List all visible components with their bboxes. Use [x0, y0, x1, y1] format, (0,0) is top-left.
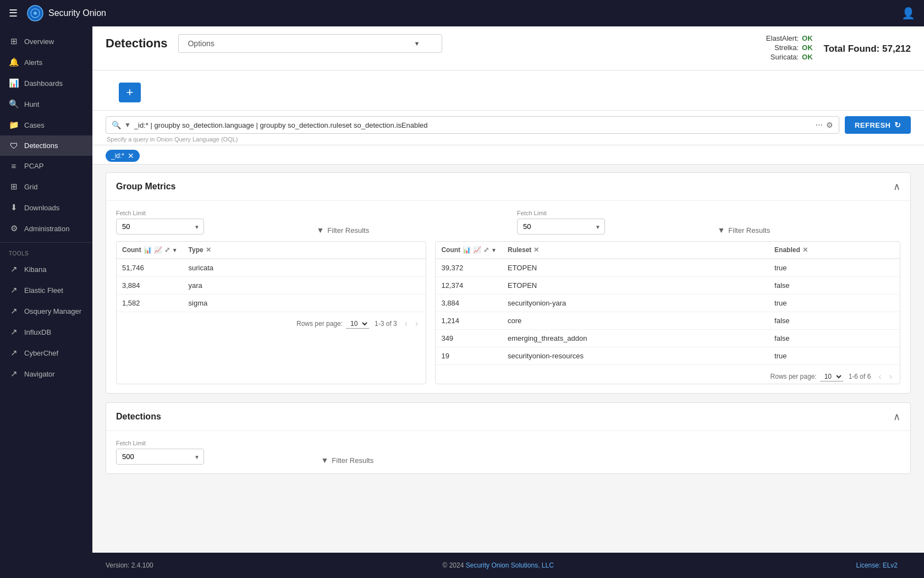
sidebar-item-hunt[interactable]: 🔍 Hunt [0, 94, 92, 114]
add-detection-button[interactable]: + [119, 83, 141, 102]
chevron-down-icon: ▼ [414, 40, 420, 47]
sidebar-item-alerts[interactable]: 🔔 Alerts [0, 52, 92, 73]
count-cell: 19 [436, 347, 502, 365]
table-row: 349emerging_threats_addonfalse [436, 330, 900, 347]
sidebar-item-label: CyberChef [24, 349, 58, 357]
fetch-limit-dropdown-right[interactable]: 50 10 25 100 [517, 219, 605, 235]
fetch-limit-dropdown-left[interactable]: 50 10 25 100 [116, 219, 204, 235]
sidebar-item-label: Grid [24, 183, 38, 191]
det-fetch-limit-dropdown[interactable]: 500 100 250 [116, 449, 204, 465]
count-bar-icon-r[interactable]: 📊 [463, 246, 471, 254]
sidebar-divider [0, 242, 92, 243]
count-expand-icon[interactable]: ⤢ [164, 246, 170, 254]
left-table-footer: Rows per page: 10 25 50 1-3 of 3 ‹ [117, 312, 426, 331]
type-column-left[interactable]: Type ✕ [183, 242, 426, 259]
ruleset-cell: securityonion-yara [502, 295, 769, 312]
count-column-left[interactable]: Count 📊 📈 ⤢ ▼ [117, 242, 183, 259]
sidebar-item-navigator[interactable]: ↗ Navigator [0, 363, 92, 384]
count-chart-icon-r[interactable]: 📈 [473, 246, 481, 254]
det-fetch-limit-select[interactable]: 500 100 250 [116, 449, 204, 465]
user-menu[interactable]: 👤 [901, 7, 915, 20]
sidebar-item-downloads[interactable]: ⬇ Downloads [0, 197, 92, 218]
menu-toggle[interactable]: ☰ [9, 7, 18, 19]
options-dropdown[interactable]: Options ▼ [178, 34, 442, 53]
pagination-info-left: 1-3 of 3 [375, 320, 397, 328]
sidebar-item-overview[interactable]: ⊞ Overview [0, 31, 92, 52]
right-metrics-table-wrap: Count 📊 📈 ⤢ ▼ [435, 241, 900, 384]
fetch-limit-select-right[interactable]: 50 10 25 100 [517, 219, 605, 235]
influxdb-icon: ↗ [9, 327, 19, 337]
group-metrics-section: Group Metrics ∧ Fetch Limit 50 10 2 [106, 172, 911, 394]
sidebar-item-administration[interactable]: ⚙ Administration [0, 218, 92, 239]
refresh-icon: ↻ [894, 121, 901, 129]
rows-per-page-select-right[interactable]: 10 25 50 [820, 372, 843, 381]
refresh-button[interactable]: REFRESH ↻ [845, 116, 911, 134]
count-sort-icon-r[interactable]: ▼ [491, 247, 497, 253]
rows-per-page-select-left[interactable]: 10 25 50 [346, 319, 369, 329]
enabled-cell: true [769, 259, 900, 277]
sidebar-item-label: Navigator [24, 370, 55, 378]
detections-section-header: Detections ∧ [106, 403, 910, 431]
sidebar-item-label: Kibana [24, 265, 46, 274]
collapse-group-metrics-button[interactable]: ∧ [893, 181, 900, 193]
type-close-icon[interactable]: ✕ [206, 246, 211, 254]
fetch-limit-label-right: Fetch Limit [517, 210, 700, 216]
table-row: 1,214corefalse [436, 312, 900, 330]
sidebar-item-dashboards[interactable]: 📊 Dashboards [0, 73, 92, 94]
license-link[interactable]: License: ELv2 [843, 557, 911, 574]
count-bar-icon[interactable]: 📊 [144, 246, 152, 254]
detections-section: Detections ∧ Fetch Limit 500 100 250 [106, 402, 911, 474]
sidebar-item-label: Downloads [24, 204, 59, 212]
filter-icon-right: ▼ [718, 226, 725, 235]
right-table-footer: Rows per page: 10 25 50 1-6 of 6 ‹ [436, 365, 900, 384]
enabled-cell: false [769, 312, 900, 330]
enabled-cell: true [769, 295, 900, 312]
fetch-limit-select-left[interactable]: 50 10 25 100 [116, 219, 204, 235]
expand-icon[interactable]: ▼ [124, 121, 131, 129]
sidebar-item-cyberchef[interactable]: ↗ CyberChef [0, 342, 92, 363]
prev-page-right[interactable]: ‹ [876, 370, 883, 383]
enabled-column-right[interactable]: Enabled ✕ [769, 242, 900, 259]
sidebar-item-kibana[interactable]: ↗ Kibana [0, 259, 92, 280]
enabled-close-icon[interactable]: ✕ [802, 246, 808, 254]
sidebar-item-pcap[interactable]: ≡ PCAP [0, 156, 92, 176]
count-expand-icon-r[interactable]: ⤢ [483, 246, 489, 254]
enabled-cell: true [769, 347, 900, 365]
count-column-right[interactable]: Count 📊 📈 ⤢ ▼ [436, 242, 502, 259]
sidebar-item-label: Hunt [24, 100, 39, 108]
prev-page-left[interactable]: ‹ [403, 318, 410, 330]
fetch-limit-label-left: Fetch Limit [116, 210, 299, 216]
collapse-detections-button[interactable]: ∧ [893, 411, 900, 423]
count-chart-icon[interactable]: 📈 [154, 246, 162, 254]
ruleset-close-icon[interactable]: ✕ [534, 246, 539, 254]
filter-results-left: ▼ Filter Results [317, 210, 500, 235]
sidebar-item-elastic-fleet[interactable]: ↗ Elastic Fleet [0, 280, 92, 301]
downloads-icon: ⬇ [9, 203, 19, 212]
navigator-icon: ↗ [9, 369, 19, 379]
sidebar-item-label: Osquery Manager [24, 307, 81, 315]
filter-results-right: ▼ Filter Results [718, 210, 901, 235]
count-sort-icon[interactable]: ▼ [172, 247, 178, 253]
sidebar-item-grid[interactable]: ⊞ Grid [0, 176, 92, 197]
ruleset-column-right[interactable]: Ruleset ✕ [502, 242, 769, 259]
overview-icon: ⊞ [9, 36, 19, 46]
company-link[interactable]: Security Onion Solutions, LLC [466, 561, 554, 569]
query-input[interactable] [134, 121, 812, 129]
sidebar-item-osquery-manager[interactable]: ↗ Osquery Manager [0, 301, 92, 321]
sidebar-item-cases[interactable]: 📁 Cases [0, 114, 92, 135]
kibana-icon: ↗ [9, 264, 19, 274]
logo-text: Security Onion [48, 8, 106, 18]
status-area: ElastAlert: OK Strelka: OK Suricata: OK [766, 34, 813, 63]
sidebar-item-detections[interactable]: 🛡 Detections [0, 135, 92, 156]
query-settings-icon[interactable]: ⚙ [826, 121, 833, 129]
filter-tag: _id:* ✕ [106, 150, 140, 162]
sidebar-item-influxdb[interactable]: ↗ InfluxDB [0, 321, 92, 342]
ruleset-cell: securityonion-resources [502, 347, 769, 365]
table-row: 1,582sigma [117, 295, 426, 312]
next-page-left[interactable]: › [413, 318, 420, 330]
query-more-icon[interactable]: ··· [816, 120, 823, 130]
count-cell: 39,372 [436, 259, 502, 277]
next-page-right[interactable]: › [887, 370, 894, 383]
main-content: Detections Options ▼ ElastAlert: OK Stre… [92, 26, 924, 578]
filter-tag-close[interactable]: ✕ [128, 151, 134, 160]
